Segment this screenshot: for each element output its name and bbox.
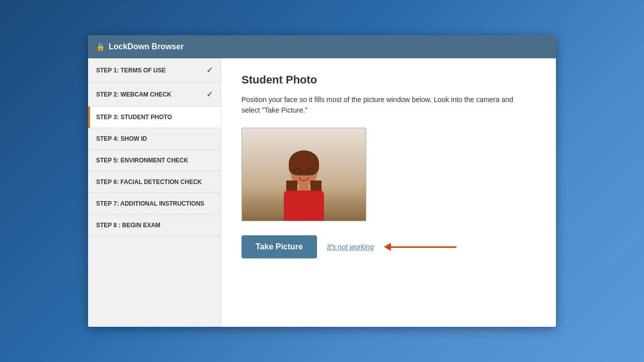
sidebar-item-step6[interactable]: STEP 6: FACIAL DETECTION CHECK xyxy=(88,171,221,193)
actions-row: Take Picture It's not working xyxy=(242,235,536,258)
sidebar-item-step1[interactable]: STEP 1: TERMS OF USE ✓ xyxy=(88,58,221,82)
glasses-lens-left xyxy=(294,168,301,174)
checkmark-step1: ✓ xyxy=(206,65,213,75)
app-title: LockDown Browser xyxy=(109,42,184,51)
checkmark-step2: ✓ xyxy=(206,89,213,99)
sidebar-item-step3-label: STEP 3: STUDENT PHOTO xyxy=(96,114,213,121)
page-title: Student Photo xyxy=(242,73,536,86)
glasses-bridge xyxy=(303,171,304,172)
sidebar-item-step1-label: STEP 1: TERMS OF USE xyxy=(96,67,206,74)
lock-icon: 🔒 xyxy=(96,43,105,51)
sidebar-item-step5-label: STEP 5: ENVIRONMENT CHECK xyxy=(96,157,213,164)
person-neck xyxy=(299,186,309,191)
person-head xyxy=(290,155,317,186)
sidebar-item-step4[interactable]: STEP 4: SHOW ID xyxy=(88,128,221,150)
sidebar-filler xyxy=(88,236,221,327)
sidebar-item-step2-label: STEP 2: WEBCAM CHECK xyxy=(96,91,206,98)
sidebar-item-step7[interactable]: STEP 7: ADDITIONAL INSTRUCTIONS xyxy=(88,193,221,215)
not-working-link[interactable]: It's not working xyxy=(327,243,374,251)
app-window: 🔒 LockDown Browser STEP 1: TERMS OF USE … xyxy=(88,35,556,327)
sidebar-item-step8-label: STEP 8 : BEGIN EXAM xyxy=(96,222,213,229)
glasses-lens-right xyxy=(307,168,313,174)
arrow-line xyxy=(391,246,456,248)
person-face xyxy=(294,161,313,181)
main-content-area: Student Photo Position your face so it f… xyxy=(221,58,556,327)
sidebar-item-step8[interactable]: STEP 8 : BEGIN EXAM xyxy=(88,215,221,236)
page-description: Position your face so it fills most of t… xyxy=(242,95,523,116)
arrow-indicator xyxy=(384,243,456,251)
arrow-head xyxy=(384,243,391,251)
take-picture-button[interactable]: Take Picture xyxy=(242,235,317,258)
titlebar: 🔒 LockDown Browser xyxy=(88,35,556,58)
person-body xyxy=(284,191,324,221)
sidebar-item-step6-label: STEP 6: FACIAL DETECTION CHECK xyxy=(96,178,213,186)
person-smile xyxy=(299,177,309,181)
content-area: STEP 1: TERMS OF USE ✓ STEP 2: WEBCAM CH… xyxy=(88,58,556,327)
camera-preview xyxy=(242,128,366,221)
sidebar-item-step3[interactable]: STEP 3: STUDENT PHOTO xyxy=(88,107,221,128)
sidebar-item-step2[interactable]: STEP 2: WEBCAM CHECK ✓ xyxy=(88,82,221,107)
sidebar-item-step5[interactable]: STEP 5: ENVIRONMENT CHECK xyxy=(88,150,221,171)
sidebar: STEP 1: TERMS OF USE ✓ STEP 2: WEBCAM CH… xyxy=(88,58,221,327)
person-figure xyxy=(284,155,324,221)
sidebar-item-step4-label: STEP 4: SHOW ID xyxy=(96,135,213,142)
person-glasses xyxy=(294,168,313,174)
sidebar-item-step7-label: STEP 7: ADDITIONAL INSTRUCTIONS xyxy=(96,200,213,207)
